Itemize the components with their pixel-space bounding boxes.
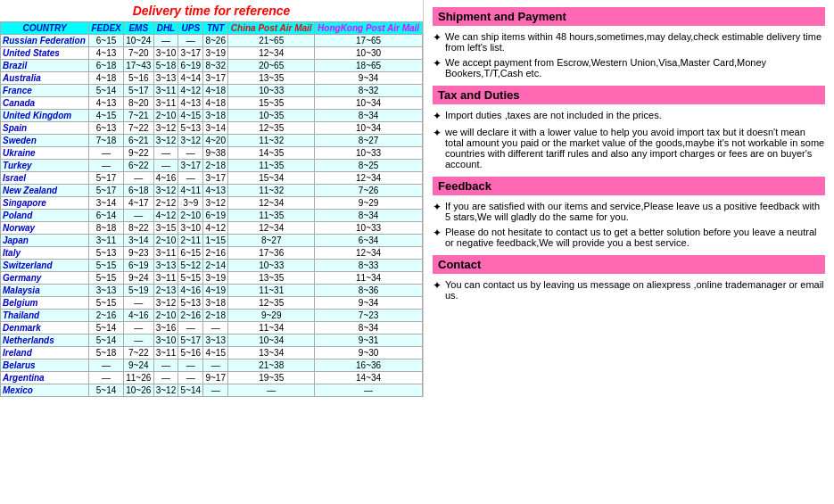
delivery-time-cell: 9~24: [123, 359, 153, 372]
delivery-time-cell: 3~13: [89, 285, 124, 297]
country-cell: Japan: [1, 235, 89, 247]
delivery-time-cell: 3~14: [89, 197, 124, 210]
delivery-time-cell: 16~36: [315, 359, 423, 372]
delivery-time-cell: 3~12: [153, 297, 178, 310]
delivery-time-cell: 3~11: [153, 347, 178, 359]
delivery-time-cell: 4~11: [178, 185, 203, 197]
section-title-3: Contact: [433, 255, 825, 274]
section-title-0: Shipment and Payment: [433, 7, 825, 26]
delivery-time-cell: 3~18: [203, 110, 228, 122]
delivery-time-cell: 11~31: [228, 285, 315, 297]
bullet-text: You can contact us by leaving us message…: [445, 279, 825, 301]
table-row: Thailand2~164~162~102~162~189~297~23: [1, 310, 423, 322]
delivery-time-cell: 11~32: [228, 135, 315, 147]
delivery-time-cell: 8~32: [203, 60, 228, 72]
delivery-time-cell: 18~65: [315, 60, 423, 72]
delivery-time-cell: 13~35: [228, 272, 315, 285]
delivery-time-cell: 5~14: [89, 322, 124, 335]
delivery-time-cell: 11~34: [228, 322, 315, 335]
table-row: Ukraine—9~22——9~3814~3510~33: [1, 147, 423, 160]
delivery-time-cell: 3~10: [153, 335, 178, 347]
delivery-time-cell: 2~18: [203, 160, 228, 172]
bullet-star-icon: ✦: [433, 31, 442, 44]
table-row: Australia4~185~163~134~143~1713~359~34: [1, 72, 423, 85]
delivery-time-cell: —: [178, 147, 203, 160]
delivery-time-cell: —: [153, 372, 178, 384]
delivery-time-cell: 17~43: [123, 60, 153, 72]
delivery-time-cell: 6~15: [89, 35, 124, 47]
delivery-time-cell: 10~33: [315, 147, 423, 160]
delivery-time-cell: 4~15: [178, 110, 203, 122]
delivery-time-cell: 3~17: [203, 172, 228, 185]
bullet-text: Please do not hesitate to contact us to …: [445, 227, 825, 248]
bullet-item-0-0: ✦We can ship items within 48 hours,somet…: [433, 31, 825, 53]
bullet-text: we will declare it with a lower value to…: [445, 127, 825, 169]
delivery-time-cell: —: [203, 384, 228, 397]
bullet-star-icon: ✦: [433, 227, 442, 239]
delivery-time-cell: —: [123, 322, 153, 335]
delivery-time-cell: 3~13: [203, 335, 228, 347]
delivery-time-cell: —: [89, 359, 124, 372]
delivery-time-cell: 13~35: [228, 72, 315, 85]
table-row: Poland6~14—4~122~106~1911~358~34: [1, 210, 423, 222]
delivery-time-cell: 1~15: [203, 235, 228, 247]
right-panel: Shipment and Payment✦We can ship items w…: [424, 0, 834, 397]
table-row: Russian Federation6~1510~24——8~2621~6517…: [1, 35, 423, 47]
delivery-time-cell: 21~65: [228, 35, 315, 47]
country-cell: Russian Federation: [1, 35, 89, 47]
delivery-time-cell: —: [123, 335, 153, 347]
delivery-time-cell: 4~15: [89, 110, 124, 122]
delivery-time-cell: 3~17: [178, 160, 203, 172]
delivery-time-cell: 3~17: [178, 47, 203, 60]
table-row: Ireland5~187~223~115~164~1513~349~30: [1, 347, 423, 359]
delivery-time-cell: 2~14: [203, 260, 228, 272]
delivery-time-cell: 12~35: [228, 297, 315, 310]
country-cell: Canada: [1, 97, 89, 110]
delivery-time-cell: 9~24: [123, 272, 153, 285]
country-cell: New Zealand: [1, 185, 89, 197]
delivery-time-cell: 6~19: [123, 260, 153, 272]
col-hk-post: HongKong Post Air Mail: [315, 22, 423, 35]
table-row: Belarus—9~24———21~3816~36: [1, 359, 423, 372]
delivery-time-cell: 5~17: [89, 185, 124, 197]
delivery-time-cell: 4~18: [203, 85, 228, 97]
delivery-time-cell: 13~34: [228, 347, 315, 359]
delivery-time-cell: 10~34: [315, 122, 423, 135]
delivery-time-cell: 5~19: [123, 285, 153, 297]
delivery-time-cell: 21~38: [228, 359, 315, 372]
col-country: COUNTRY: [1, 22, 89, 35]
delivery-time-cell: 4~18: [89, 72, 124, 85]
country-cell: Spain: [1, 122, 89, 135]
delivery-time-cell: 3~11: [89, 235, 124, 247]
delivery-time-cell: 2~18: [203, 310, 228, 322]
delivery-time-cell: 5~12: [178, 260, 203, 272]
country-cell: Brazil: [1, 60, 89, 72]
bullet-text: If you are satisfied with our items and …: [445, 201, 825, 222]
table-row: Norway8~188~223~153~104~1212~3410~33: [1, 222, 423, 235]
table-row: Japan3~113~142~102~111~158~276~34: [1, 235, 423, 247]
delivery-time-cell: 9~23: [123, 247, 153, 260]
delivery-time-cell: 8~18: [89, 222, 124, 235]
delivery-time-cell: 3~11: [153, 85, 178, 97]
bullet-text: We can ship items within 48 hours,someti…: [445, 31, 825, 53]
delivery-time-cell: 6~13: [89, 122, 124, 135]
delivery-time-cell: —: [123, 210, 153, 222]
delivery-time-cell: 11~32: [228, 185, 315, 197]
delivery-time-cell: 5~15: [89, 272, 124, 285]
bullet-text: We accept payment from Escrow,Western Un…: [445, 57, 825, 78]
table-row: Germany5~159~243~115~153~1913~3511~34: [1, 272, 423, 285]
delivery-time-cell: 9~22: [123, 147, 153, 160]
delivery-time-cell: 8~34: [315, 110, 423, 122]
main-container: Delivery time for reference COUNTRY FEDE…: [0, 0, 834, 397]
delivery-time-cell: 4~16: [123, 310, 153, 322]
delivery-time-cell: 12~34: [315, 172, 423, 185]
delivery-time-cell: 5~14: [89, 335, 124, 347]
delivery-time-cell: 10~34: [228, 335, 315, 347]
delivery-time-cell: 5~16: [123, 72, 153, 85]
bullet-item-2-1: ✦Please do not hesitate to contact us to…: [433, 227, 825, 248]
table-row: Brazil6~1817~435~186~198~3220~6518~65: [1, 60, 423, 72]
delivery-time-cell: 9~38: [203, 147, 228, 160]
delivery-time-cell: 5~15: [89, 297, 124, 310]
table-row: Sweden7~186~213~123~124~2011~328~27: [1, 135, 423, 147]
delivery-time-cell: 2~10: [178, 210, 203, 222]
